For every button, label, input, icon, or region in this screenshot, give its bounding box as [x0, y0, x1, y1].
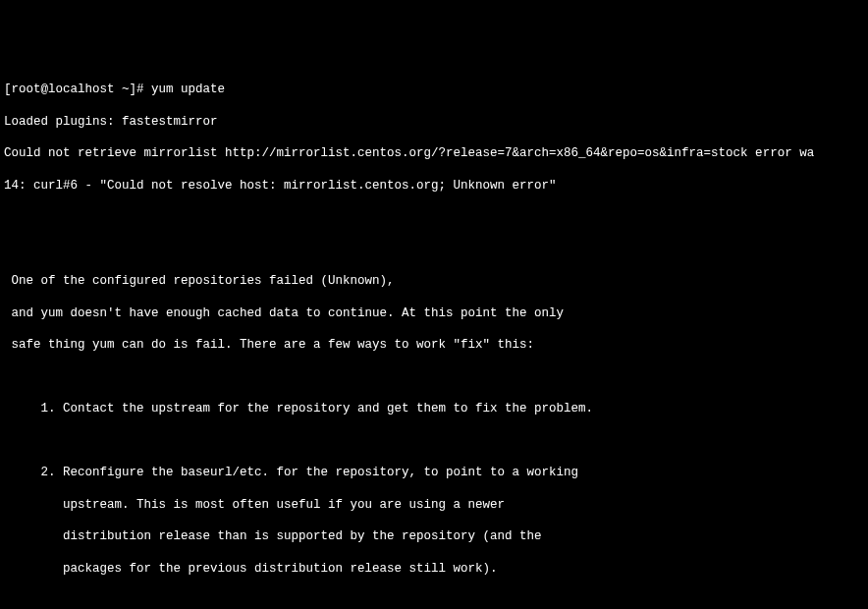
output-item2-l4: packages for the previous distribution r…: [4, 561, 864, 577]
blank-line: [4, 369, 864, 385]
blank-line: [4, 433, 864, 449]
output-para1-l2: and yum doesn't have enough cached data …: [4, 305, 864, 321]
output-error-line1: Could not retrieve mirrorlist http://mir…: [4, 145, 864, 161]
output-item2-l3: distribution release than is supported b…: [4, 528, 864, 544]
shell-prompt: [root@localhost ~]#: [4, 83, 144, 96]
output-para1-l3: safe thing yum can do is fail. There are…: [4, 337, 864, 353]
blank-line: [4, 592, 864, 608]
output-loaded-plugins: Loaded plugins: fastestmirror: [4, 114, 864, 130]
output-item2-l1: 2. Reconfigure the baseurl/etc. for the …: [4, 465, 864, 480]
output-error-line2: 14: curl#6 - "Could not resolve host: mi…: [4, 178, 864, 194]
output-para1-l1: One of the configured repositories faile…: [4, 273, 864, 289]
blank-line: [4, 209, 864, 225]
output-item1-l1: 1. Contact the upstream for the reposito…: [4, 401, 864, 416]
output-item2-l2: upstream. This is most often useful if y…: [4, 497, 864, 513]
terminal-window[interactable]: [root@localhost ~]# yum update Loaded pl…: [4, 66, 864, 609]
prompt-line: [root@localhost ~]# yum update: [4, 82, 864, 97]
shell-command: yum update: [151, 83, 225, 96]
blank-line: [4, 242, 864, 257]
